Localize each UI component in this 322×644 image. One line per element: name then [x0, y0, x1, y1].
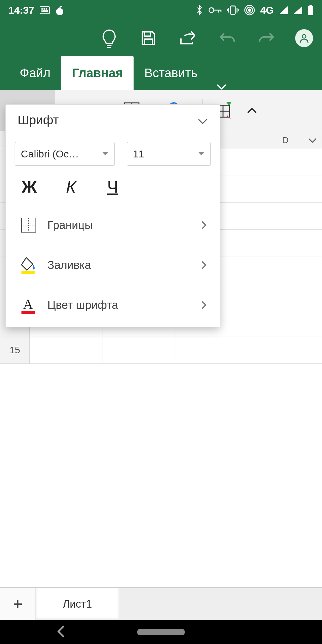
cell[interactable]	[249, 256, 322, 283]
bold-button[interactable]: Ж	[19, 177, 40, 196]
ribbon-collapse-button[interactable]	[244, 107, 268, 114]
svg-point-1	[41, 9, 42, 10]
chevron-right-icon	[201, 301, 207, 309]
svg-rect-0	[40, 7, 49, 14]
cell[interactable]	[249, 230, 322, 256]
cell[interactable]	[103, 337, 176, 363]
ideas-button[interactable]	[98, 27, 120, 49]
underline-button[interactable]: Ч	[102, 177, 123, 196]
keyboard-icon	[40, 6, 50, 14]
status-bar: 14:37 4G	[0, 0, 322, 20]
font-size-select[interactable]: 11	[127, 142, 211, 166]
cell[interactable]	[30, 337, 103, 363]
chevron-right-icon	[201, 261, 207, 270]
font-color-icon: A	[19, 295, 38, 315]
svg-rect-12	[309, 5, 312, 6]
chevron-down-icon[interactable]	[308, 135, 317, 145]
vibrate-icon	[227, 5, 239, 16]
svg-rect-15	[145, 39, 152, 44]
svg-point-6	[56, 8, 63, 15]
chevron-right-icon	[201, 221, 207, 230]
font-panel: Шрифт Calibri (Ос… 11 Ж К Ч	[5, 104, 220, 327]
tab-insert[interactable]: Вставить	[134, 56, 208, 90]
tabs-expand-button[interactable]	[208, 83, 235, 90]
svg-point-2	[44, 9, 44, 10]
app-toolbar	[0, 20, 322, 56]
home-pill[interactable]	[137, 629, 185, 635]
svg-point-9	[248, 9, 251, 11]
cell[interactable]	[249, 149, 322, 176]
bluetooth-icon	[196, 4, 203, 16]
android-navbar	[0, 620, 322, 644]
font-panel-title: Шрифт	[18, 113, 59, 127]
svg-rect-13	[308, 6, 313, 15]
chevron-down-icon	[102, 152, 109, 156]
redo-button[interactable]	[256, 27, 277, 49]
spreadsheet-row: 15	[0, 337, 322, 364]
key-icon	[208, 7, 222, 14]
svg-rect-35	[21, 311, 35, 314]
chevron-down-icon[interactable]	[198, 113, 208, 127]
svg-point-7	[209, 8, 214, 13]
save-button[interactable]	[138, 27, 159, 49]
italic-button[interactable]: К	[61, 177, 81, 196]
network-type: 4G	[260, 4, 274, 16]
undo-button[interactable]	[216, 27, 238, 49]
cell[interactable]	[249, 176, 322, 202]
svg-rect-14	[145, 32, 151, 36]
font-color-menu-item[interactable]: A Цвет шрифта	[15, 285, 211, 327]
signal-icon-2	[293, 6, 302, 14]
tab-file[interactable]: Файл	[9, 56, 61, 90]
svg-point-3	[46, 9, 47, 10]
borders-menu-item[interactable]: Границы	[15, 205, 211, 245]
status-time: 14:37	[8, 4, 34, 16]
sheet-tabs-bar: + Лист1	[0, 587, 322, 620]
fill-color-menu-item[interactable]: Заливка	[15, 245, 211, 285]
row-header[interactable]: 15	[0, 337, 30, 363]
svg-text:A: A	[23, 297, 33, 312]
svg-rect-33	[21, 271, 35, 274]
share-button[interactable]	[177, 27, 199, 49]
cell[interactable]	[249, 283, 322, 310]
account-button[interactable]	[295, 29, 313, 47]
sheet-tab[interactable]: Лист1	[36, 588, 119, 620]
cell[interactable]	[249, 337, 322, 363]
svg-point-16	[302, 35, 306, 38]
column-header[interactable]: D	[249, 131, 322, 149]
cell[interactable]	[249, 203, 322, 229]
fruit-icon	[55, 5, 64, 15]
font-family-select[interactable]: Calibri (Ос…	[15, 142, 115, 166]
back-button[interactable]	[57, 625, 66, 639]
signal-icon-1	[279, 6, 288, 14]
chevron-down-icon	[198, 152, 205, 156]
add-sheet-button[interactable]: +	[0, 588, 36, 620]
paint-bucket-icon	[19, 255, 38, 275]
cell[interactable]	[176, 337, 249, 363]
ribbon-tabs: Файл Главная Вставить	[0, 56, 322, 90]
svg-point-4	[41, 11, 42, 12]
tab-home[interactable]: Главная	[61, 56, 134, 90]
battery-icon	[308, 5, 314, 15]
svg-rect-8	[230, 6, 235, 14]
hotspot-icon	[244, 5, 255, 16]
borders-icon	[19, 215, 38, 235]
svg-rect-5	[43, 11, 47, 12]
cell[interactable]	[249, 310, 322, 337]
